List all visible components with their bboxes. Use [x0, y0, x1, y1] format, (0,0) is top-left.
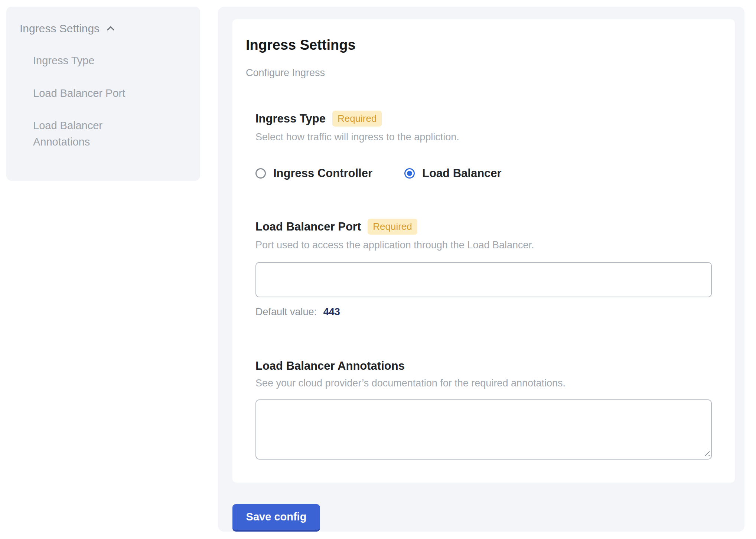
section-ingress-type-head: Ingress Type Required	[255, 111, 712, 127]
ingress-type-label: Ingress Type	[255, 112, 326, 125]
load-balancer-port-input[interactable]	[255, 262, 712, 297]
page-title: Ingress Settings	[246, 37, 721, 53]
ingress-type-radio-group: Ingress Controller Load Balancer	[255, 167, 712, 180]
load-balancer-annotations-label: Load Balancer Annotations	[255, 359, 405, 373]
section-load-balancer-annotations-head: Load Balancer Annotations	[255, 359, 712, 373]
required-badge: Required	[332, 111, 382, 127]
save-config-button[interactable]: Save config	[232, 504, 320, 532]
radio-ingress-controller[interactable]	[255, 168, 266, 179]
ingress-type-description: Select how traffic will ingress to the a…	[255, 131, 712, 143]
sidebar-section-label: Ingress Settings	[20, 22, 100, 35]
radio-load-balancer[interactable]	[404, 168, 415, 179]
sidebar-section-ingress-settings[interactable]: Ingress Settings	[20, 22, 187, 35]
chevron-up-icon	[105, 23, 116, 34]
radio-option-ingress-controller[interactable]: Ingress Controller	[255, 167, 372, 180]
default-value-line: Default value: 443	[255, 306, 712, 318]
page-subtitle: Configure Ingress	[246, 67, 721, 79]
section-ingress-type: Ingress Type Required Select how traffic…	[255, 111, 712, 180]
radio-load-balancer-label: Load Balancer	[422, 167, 502, 180]
radio-option-load-balancer[interactable]: Load Balancer	[404, 167, 502, 180]
section-load-balancer-port-head: Load Balancer Port Required	[255, 219, 712, 235]
ingress-settings-card: Ingress Settings Configure Ingress Ingre…	[232, 19, 735, 483]
load-balancer-annotations-description: See your cloud provider’s documentation …	[255, 378, 712, 389]
sidebar-item-load-balancer-annotations[interactable]: Load Balancer Annotations	[33, 118, 148, 150]
radio-ingress-controller-label: Ingress Controller	[273, 167, 372, 180]
default-value: 443	[323, 306, 340, 317]
sidebar-item-list: Ingress Type Load Balancer Port Load Bal…	[33, 53, 187, 150]
sidebar-item-load-balancer-port[interactable]: Load Balancer Port	[33, 85, 148, 102]
sidebar-item-ingress-type[interactable]: Ingress Type	[33, 53, 148, 69]
settings-panel: Ingress Settings Configure Ingress Ingre…	[218, 7, 744, 532]
settings-sidebar: Ingress Settings Ingress Type Load Balan…	[6, 7, 200, 181]
load-balancer-port-description: Port used to access the application thro…	[255, 239, 712, 251]
load-balancer-annotations-field	[255, 399, 712, 460]
load-balancer-annotations-textarea[interactable]	[255, 399, 712, 460]
required-badge: Required	[368, 219, 417, 235]
section-load-balancer-port: Load Balancer Port Required Port used to…	[255, 219, 712, 318]
load-balancer-port-label: Load Balancer Port	[255, 220, 361, 233]
section-load-balancer-annotations: Load Balancer Annotations See your cloud…	[255, 359, 712, 460]
default-value-label: Default value:	[255, 306, 317, 317]
